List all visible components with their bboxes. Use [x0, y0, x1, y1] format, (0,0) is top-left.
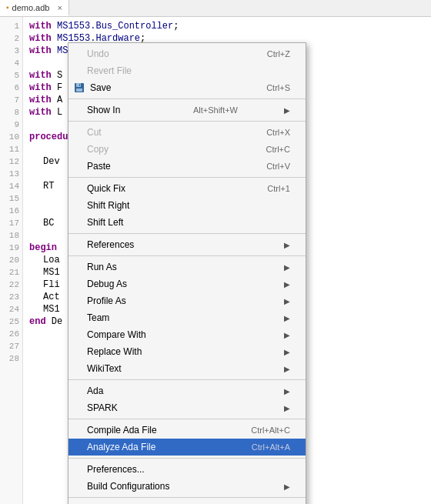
- menu-label-revert: Revert File: [87, 65, 132, 76]
- arrow-spark: ▶: [284, 404, 290, 412]
- menu-item-remove-context[interactable]: Remove from Context Ctrl+Alt+Shift+Down: [68, 500, 306, 504]
- shortcut-cut: Ctrl+X: [266, 128, 290, 137]
- menu-item-cut[interactable]: Cut Ctrl+X: [68, 124, 306, 141]
- separator-9: [68, 497, 306, 498]
- context-menu: Undo Ctrl+Z Revert File Sa: [68, 42, 306, 504]
- menu-label-analyze-ada: Analyze Ada File: [87, 442, 155, 452]
- arrow-ada: ▶: [284, 387, 290, 396]
- shortcut-paste: Ctrl+V: [266, 162, 290, 171]
- menu-label-cut: Cut: [87, 127, 102, 138]
- arrow-wikitext: ▶: [284, 365, 290, 373]
- menu-item-replace-with[interactable]: Replace With ▶: [68, 343, 306, 360]
- arrow-team: ▶: [284, 314, 290, 322]
- menu-label-preferences: Preferences...: [87, 464, 145, 475]
- shortcut-quick-fix: Ctrl+1: [267, 184, 290, 193]
- menu-label-ada: Ada: [87, 386, 103, 396]
- menu-item-wikitext[interactable]: WikiText ▶: [68, 360, 306, 377]
- editor-tab[interactable]: ▪ demo.adb ×: [0, 0, 69, 16]
- separator-7: [68, 419, 306, 419]
- menu-item-revert[interactable]: Revert File: [68, 62, 306, 79]
- menu-item-debug-as[interactable]: Debug As ▶: [68, 275, 306, 292]
- save-icon: [73, 82, 85, 94]
- svg-rect-3: [76, 88, 82, 92]
- menu-item-references[interactable]: References ▶: [68, 236, 306, 253]
- menu-item-build-config[interactable]: Build Configurations ▶: [68, 478, 306, 495]
- menu-item-analyze-ada[interactable]: Analyze Ada File Ctrl+Alt+A: [68, 439, 306, 456]
- separator-6: [68, 379, 306, 380]
- menu-label-quick-fix: Quick Fix: [87, 183, 125, 194]
- separator-8: [68, 458, 306, 459]
- menu-label-show-in: Show In: [87, 105, 120, 115]
- menu-label-references: References: [87, 239, 134, 250]
- svg-rect-2: [79, 84, 80, 86]
- menu-item-copy[interactable]: Copy Ctrl+C: [68, 141, 306, 158]
- arrow-build-config: ▶: [284, 482, 290, 491]
- separator-1: [68, 98, 306, 99]
- shortcut-copy: Ctrl+C: [266, 145, 290, 154]
- menu-item-ada[interactable]: Ada ▶: [68, 382, 306, 399]
- shortcut-compile-ada: Ctrl+Alt+C: [251, 426, 290, 435]
- menu-label-compile-ada: Compile Ada File: [87, 425, 157, 436]
- menu-item-paste[interactable]: Paste Ctrl+V: [68, 158, 306, 175]
- arrow-replace-with: ▶: [284, 348, 290, 356]
- menu-item-shift-right[interactable]: Shift Right: [68, 197, 306, 214]
- menu-label-paste: Paste: [87, 161, 111, 172]
- menu-item-undo[interactable]: Undo Ctrl+Z: [68, 45, 306, 62]
- shortcut-analyze-ada: Ctrl+Alt+A: [252, 442, 290, 452]
- arrow-run-as: ▶: [284, 263, 290, 272]
- menu-item-spark[interactable]: SPARK ▶: [68, 399, 306, 416]
- menu-label-save: Save: [90, 82, 111, 93]
- shortcut-show-in: Alt+Shift+W: [193, 105, 238, 115]
- menu-label-debug-as: Debug As: [87, 279, 127, 289]
- menu-item-shift-left[interactable]: Shift Left: [68, 214, 306, 231]
- menu-item-team[interactable]: Team ▶: [68, 309, 306, 326]
- separator-5: [68, 255, 306, 256]
- menu-item-compile-ada[interactable]: Compile Ada File Ctrl+Alt+C: [68, 422, 306, 439]
- tab-label: demo.adb: [12, 3, 50, 12]
- tab-bar: ▪ demo.adb ×: [0, 0, 431, 17]
- menu-label-profile-as: Profile As: [87, 295, 126, 306]
- menu-item-show-in[interactable]: Show In Alt+Shift+W ▶: [68, 102, 306, 118]
- menu-label-spark: SPARK: [87, 402, 118, 413]
- arrow-debug-as: ▶: [284, 280, 290, 289]
- menu-item-compare-with[interactable]: Compare With ▶: [68, 326, 306, 343]
- separator-2: [68, 121, 306, 122]
- menu-item-run-as[interactable]: Run As ▶: [68, 259, 306, 275]
- svg-rect-1: [76, 83, 81, 87]
- tab-file-icon: ▪: [6, 3, 9, 12]
- separator-4: [68, 233, 306, 234]
- arrow-compare-with: ▶: [284, 331, 290, 339]
- menu-label-replace-with: Replace With: [87, 346, 142, 357]
- line-numbers: 1234 5678 9101112 13141516 17181920 2122…: [0, 17, 23, 504]
- menu-item-save[interactable]: Save Ctrl+S: [68, 79, 306, 96]
- menu-label-undo: Undo: [87, 48, 109, 59]
- arrow-profile-as: ▶: [284, 297, 290, 305]
- menu-label-build-config: Build Configurations: [87, 481, 169, 492]
- menu-label-wikitext: WikiText: [87, 363, 122, 374]
- menu-label-team: Team: [87, 312, 109, 323]
- tab-close-button[interactable]: ×: [57, 3, 62, 12]
- editor-container: ▪ demo.adb × 1234 5678 9101112 13141516 …: [0, 0, 431, 504]
- arrow-references: ▶: [284, 241, 290, 249]
- menu-item-profile-as[interactable]: Profile As ▶: [68, 292, 306, 309]
- separator-3: [68, 177, 306, 178]
- menu-item-preferences[interactable]: Preferences...: [68, 461, 306, 478]
- menu-label-shift-left: Shift Left: [87, 217, 123, 228]
- menu-label-copy: Copy: [87, 144, 109, 155]
- arrow-show-in: ▶: [284, 106, 290, 115]
- menu-label-compare-with: Compare With: [87, 329, 146, 340]
- menu-label-run-as: Run As: [87, 262, 117, 272]
- shortcut-save: Ctrl+S: [266, 83, 290, 92]
- shortcut-undo: Ctrl+Z: [267, 49, 290, 58]
- menu-item-quick-fix[interactable]: Quick Fix Ctrl+1: [68, 180, 306, 197]
- menu-label-shift-right: Shift Right: [87, 200, 129, 211]
